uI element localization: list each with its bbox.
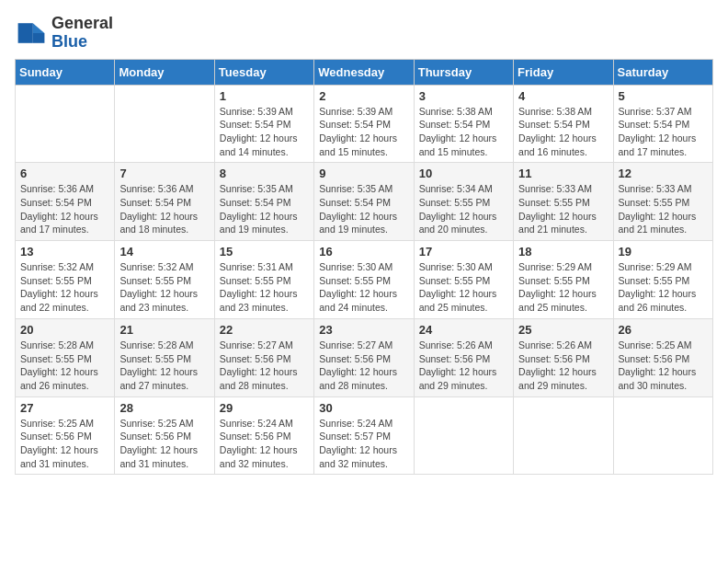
day-info: Sunrise: 5:38 AM Sunset: 5:54 PM Dayligh… (518, 105, 608, 159)
calendar-header-row: SundayMondayTuesdayWednesdayThursdayFrid… (16, 59, 713, 85)
weekday-header-saturday: Saturday (613, 59, 712, 85)
day-number: 9 (319, 167, 408, 180)
day-info: Sunrise: 5:26 AM Sunset: 5:56 PM Dayligh… (518, 339, 608, 393)
calendar-week-1: 1Sunrise: 5:39 AM Sunset: 5:54 PM Daylig… (16, 85, 713, 163)
day-number: 28 (119, 401, 209, 415)
day-info: Sunrise: 5:27 AM Sunset: 5:56 PM Dayligh… (220, 339, 309, 393)
calendar-cell: 11Sunrise: 5:33 AM Sunset: 5:55 PM Dayli… (514, 163, 613, 241)
day-info: Sunrise: 5:25 AM Sunset: 5:56 PM Dayligh… (20, 417, 109, 471)
calendar-cell: 8Sunrise: 5:35 AM Sunset: 5:54 PM Daylig… (214, 163, 313, 241)
day-number: 16 (319, 245, 408, 259)
day-number: 24 (419, 323, 508, 337)
day-number: 13 (20, 245, 109, 259)
calendar-cell: 19Sunrise: 5:29 AM Sunset: 5:55 PM Dayli… (613, 241, 712, 319)
day-info: Sunrise: 5:27 AM Sunset: 5:56 PM Dayligh… (319, 339, 408, 393)
day-number: 30 (319, 401, 408, 415)
day-number: 5 (619, 89, 708, 103)
day-number: 17 (419, 245, 508, 259)
day-info: Sunrise: 5:29 AM Sunset: 5:55 PM Dayligh… (518, 260, 608, 315)
day-number: 11 (518, 167, 608, 180)
calendar-cell (414, 396, 513, 475)
weekday-header-friday: Friday (514, 59, 613, 85)
day-number: 4 (518, 89, 608, 103)
calendar-table: SundayMondayTuesdayWednesdayThursdayFrid… (15, 59, 713, 476)
day-number: 29 (220, 401, 309, 415)
day-info: Sunrise: 5:28 AM Sunset: 5:55 PM Dayligh… (119, 339, 209, 393)
day-info: Sunrise: 5:32 AM Sunset: 5:55 PM Dayligh… (119, 260, 209, 315)
day-info: Sunrise: 5:26 AM Sunset: 5:56 PM Dayligh… (419, 339, 508, 393)
svg-marker-0 (33, 23, 45, 33)
calendar-cell: 6Sunrise: 5:36 AM Sunset: 5:54 PM Daylig… (16, 163, 115, 241)
logo: General Blue (15, 15, 113, 52)
day-info: Sunrise: 5:36 AM Sunset: 5:54 PM Dayligh… (20, 182, 109, 236)
weekday-header-thursday: Thursday (414, 59, 513, 85)
day-info: Sunrise: 5:39 AM Sunset: 5:54 PM Dayligh… (220, 105, 309, 159)
day-number: 20 (20, 323, 109, 337)
day-number: 3 (419, 89, 508, 103)
day-info: Sunrise: 5:34 AM Sunset: 5:55 PM Dayligh… (419, 182, 508, 236)
page-header: General Blue (15, 15, 713, 52)
calendar-cell: 15Sunrise: 5:31 AM Sunset: 5:55 PM Dayli… (214, 241, 313, 319)
day-info: Sunrise: 5:35 AM Sunset: 5:54 PM Dayligh… (319, 182, 408, 236)
weekday-header-sunday: Sunday (16, 59, 115, 85)
svg-rect-2 (18, 23, 33, 43)
day-info: Sunrise: 5:33 AM Sunset: 5:55 PM Dayligh… (518, 182, 608, 236)
day-info: Sunrise: 5:30 AM Sunset: 5:55 PM Dayligh… (419, 260, 508, 315)
weekday-header-monday: Monday (115, 59, 214, 85)
calendar-cell: 17Sunrise: 5:30 AM Sunset: 5:55 PM Dayli… (414, 241, 513, 319)
calendar-cell: 26Sunrise: 5:25 AM Sunset: 5:56 PM Dayli… (613, 318, 712, 396)
calendar-cell: 14Sunrise: 5:32 AM Sunset: 5:55 PM Dayli… (115, 241, 214, 319)
calendar-cell: 25Sunrise: 5:26 AM Sunset: 5:56 PM Dayli… (514, 318, 613, 396)
calendar-cell: 28Sunrise: 5:25 AM Sunset: 5:56 PM Dayli… (115, 396, 214, 475)
day-number: 14 (119, 245, 209, 259)
day-number: 23 (319, 323, 408, 337)
calendar-cell: 16Sunrise: 5:30 AM Sunset: 5:55 PM Dayli… (314, 241, 414, 319)
day-number: 10 (419, 167, 508, 180)
calendar-cell: 23Sunrise: 5:27 AM Sunset: 5:56 PM Dayli… (314, 318, 414, 396)
day-info: Sunrise: 5:33 AM Sunset: 5:55 PM Dayligh… (619, 182, 708, 236)
calendar-cell: 7Sunrise: 5:36 AM Sunset: 5:54 PM Daylig… (115, 163, 214, 241)
day-number: 18 (518, 245, 608, 259)
calendar-cell: 20Sunrise: 5:28 AM Sunset: 5:55 PM Dayli… (16, 318, 115, 396)
calendar-cell: 2Sunrise: 5:39 AM Sunset: 5:54 PM Daylig… (314, 85, 414, 163)
logo-icon (15, 17, 48, 50)
calendar-cell: 3Sunrise: 5:38 AM Sunset: 5:54 PM Daylig… (414, 85, 513, 163)
day-number: 2 (319, 89, 408, 103)
calendar-cell (115, 85, 214, 163)
calendar-cell: 18Sunrise: 5:29 AM Sunset: 5:55 PM Dayli… (514, 241, 613, 319)
calendar-cell: 9Sunrise: 5:35 AM Sunset: 5:54 PM Daylig… (314, 163, 414, 241)
calendar-week-3: 13Sunrise: 5:32 AM Sunset: 5:55 PM Dayli… (16, 241, 713, 319)
calendar-cell: 27Sunrise: 5:25 AM Sunset: 5:56 PM Dayli… (16, 396, 115, 475)
calendar-week-2: 6Sunrise: 5:36 AM Sunset: 5:54 PM Daylig… (16, 163, 713, 241)
day-info: Sunrise: 5:39 AM Sunset: 5:54 PM Dayligh… (319, 105, 408, 159)
calendar-cell: 22Sunrise: 5:27 AM Sunset: 5:56 PM Dayli… (214, 318, 313, 396)
calendar-week-5: 27Sunrise: 5:25 AM Sunset: 5:56 PM Dayli… (16, 396, 713, 475)
day-info: Sunrise: 5:38 AM Sunset: 5:54 PM Dayligh… (419, 105, 508, 159)
calendar-cell (514, 396, 613, 475)
day-info: Sunrise: 5:30 AM Sunset: 5:55 PM Dayligh… (319, 260, 408, 315)
day-info: Sunrise: 5:31 AM Sunset: 5:55 PM Dayligh… (220, 260, 309, 315)
calendar-week-4: 20Sunrise: 5:28 AM Sunset: 5:55 PM Dayli… (16, 318, 713, 396)
calendar-cell: 12Sunrise: 5:33 AM Sunset: 5:55 PM Dayli… (613, 163, 712, 241)
calendar-cell: 5Sunrise: 5:37 AM Sunset: 5:54 PM Daylig… (613, 85, 712, 163)
day-number: 19 (619, 245, 708, 259)
day-number: 7 (119, 167, 209, 180)
weekday-header-wednesday: Wednesday (314, 59, 414, 85)
calendar-cell: 24Sunrise: 5:26 AM Sunset: 5:56 PM Dayli… (414, 318, 513, 396)
calendar-cell (613, 396, 712, 475)
day-number: 25 (518, 323, 608, 337)
day-info: Sunrise: 5:37 AM Sunset: 5:54 PM Dayligh… (619, 105, 708, 159)
calendar-cell: 29Sunrise: 5:24 AM Sunset: 5:56 PM Dayli… (214, 396, 313, 475)
logo-text: General Blue (51, 15, 113, 52)
calendar-cell: 1Sunrise: 5:39 AM Sunset: 5:54 PM Daylig… (214, 85, 313, 163)
calendar-cell: 10Sunrise: 5:34 AM Sunset: 5:55 PM Dayli… (414, 163, 513, 241)
day-number: 26 (619, 323, 708, 337)
day-info: Sunrise: 5:25 AM Sunset: 5:56 PM Dayligh… (119, 417, 209, 471)
day-number: 21 (119, 323, 209, 337)
day-info: Sunrise: 5:28 AM Sunset: 5:55 PM Dayligh… (20, 339, 109, 393)
calendar-cell: 4Sunrise: 5:38 AM Sunset: 5:54 PM Daylig… (514, 85, 613, 163)
day-info: Sunrise: 5:24 AM Sunset: 5:56 PM Dayligh… (220, 417, 309, 471)
day-number: 12 (619, 167, 708, 180)
day-number: 8 (220, 167, 309, 180)
calendar-cell: 13Sunrise: 5:32 AM Sunset: 5:55 PM Dayli… (16, 241, 115, 319)
